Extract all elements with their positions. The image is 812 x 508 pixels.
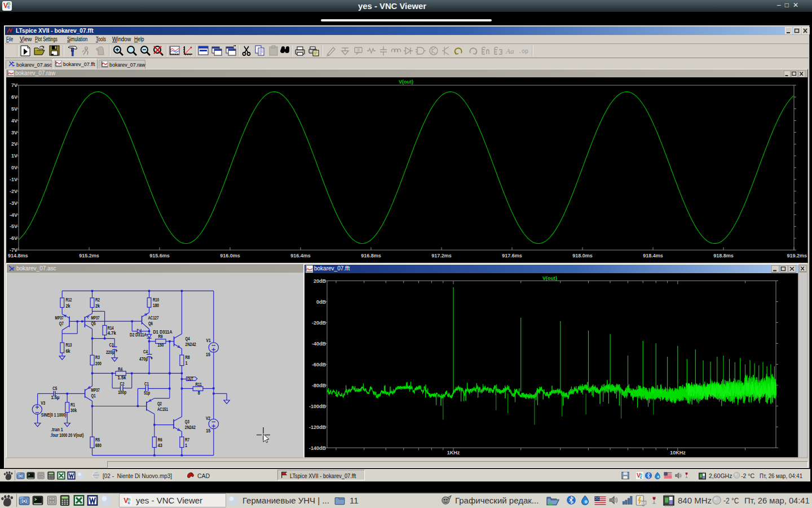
- svg-text:20dB: 20dB: [314, 278, 326, 284]
- svg-text:C3: C3: [109, 342, 114, 348]
- svg-text:-20dB: -20dB: [312, 320, 326, 326]
- svg-text:D2 D311A: D2 D311A: [130, 332, 147, 338]
- svg-text:.op: .op: [518, 49, 528, 55]
- svg-text:100p: 100p: [118, 389, 126, 395]
- svg-text:914.8ms: 914.8ms: [8, 253, 28, 259]
- svg-text:2N242: 2N242: [186, 341, 196, 347]
- svg-text:-5V: -5V: [10, 224, 17, 229]
- svg-text:Q1: Q1: [91, 393, 96, 398]
- svg-text:R2: R2: [95, 297, 100, 303]
- svg-text:Q3: Q3: [185, 419, 189, 424]
- svg-text:-4V: -4V: [10, 212, 17, 218]
- svg-text:-7V: -7V: [10, 247, 17, 253]
- svg-text:915.6ms: 915.6ms: [149, 253, 170, 259]
- svg-text:916.4ms: 916.4ms: [290, 253, 311, 259]
- svg-text:-3V: -3V: [10, 200, 17, 206]
- svg-text:R11: R11: [196, 382, 202, 387]
- svg-text:R13: R13: [65, 342, 72, 348]
- svg-text:918.4ms: 918.4ms: [643, 253, 663, 259]
- svg-text:Q6: Q6: [148, 321, 153, 326]
- svg-text:MP37: MP37: [91, 387, 100, 393]
- svg-text:AC151: AC151: [157, 406, 168, 412]
- svg-text:Q2: Q2: [157, 401, 162, 406]
- svg-text:-120dB: -120dB: [309, 424, 326, 430]
- svg-text:1KHz: 1KHz: [447, 450, 460, 456]
- svg-text:C4: C4: [143, 349, 148, 354]
- svg-text:917.6ms: 917.6ms: [502, 253, 522, 259]
- svg-text:V(out): V(out): [542, 275, 557, 281]
- svg-text:MP37: MP37: [91, 315, 99, 321]
- svg-text:Aa: Aa: [505, 47, 514, 55]
- svg-text:V1: V1: [206, 338, 211, 343]
- svg-text:15: 15: [206, 352, 210, 357]
- svg-text:30k: 30k: [70, 408, 77, 413]
- svg-text:R3: R3: [95, 354, 100, 360]
- svg-text:C5: C5: [52, 386, 57, 391]
- svg-text:51p: 51p: [144, 390, 150, 396]
- svg-text:43: 43: [158, 443, 162, 448]
- svg-text:V3: V3: [41, 400, 45, 406]
- svg-text:200: 200: [95, 361, 102, 366]
- svg-text:-2V: -2V: [10, 189, 17, 194]
- svg-text:AC127: AC127: [148, 315, 158, 321]
- svg-text:1.5µ: 1.5µ: [51, 395, 60, 400]
- svg-text:V2: V2: [206, 415, 210, 421]
- svg-text:220µ: 220µ: [106, 349, 114, 355]
- svg-text:680: 680: [95, 443, 102, 448]
- svg-text:.four 1000 20 V(out): .four 1000 20 V(out): [50, 432, 83, 438]
- svg-text:c: c: [128, 500, 131, 505]
- svg-text:1: 1: [186, 360, 188, 366]
- svg-text:180: 180: [153, 303, 159, 308]
- svg-text:Q7: Q7: [59, 321, 64, 326]
- svg-text:1: 1: [185, 443, 187, 448]
- svg-text:R12: R12: [65, 297, 72, 303]
- svg-text:917.2ms: 917.2ms: [431, 253, 452, 259]
- svg-text:470µ: 470µ: [139, 356, 148, 362]
- svg-text:0dB: 0dB: [316, 299, 326, 305]
- svg-text:6k: 6k: [65, 348, 70, 354]
- svg-text:150: 150: [158, 342, 164, 348]
- svg-text:R10: R10: [153, 297, 159, 303]
- svg-text:15: 15: [206, 428, 210, 433]
- svg-text:2k: 2k: [65, 303, 70, 309]
- svg-text:8: 8: [198, 390, 200, 396]
- svg-text:919.2ms: 919.2ms: [787, 253, 807, 259]
- svg-text:-40dB: -40dB: [312, 341, 326, 347]
- svg-text:Q5: Q5: [91, 321, 96, 326]
- svg-text:C1: C1: [144, 381, 149, 387]
- svg-text:C2: C2: [120, 381, 125, 387]
- svg-text:-60dB: -60dB: [312, 362, 326, 367]
- svg-text:-80dB: -80dB: [312, 383, 326, 388]
- svg-text:R9: R9: [158, 334, 163, 339]
- svg-text:-100dB: -100dB: [309, 404, 326, 409]
- svg-text:R4: R4: [118, 366, 122, 372]
- svg-text:-1V: -1V: [10, 177, 17, 182]
- svg-text:D1 D311A: D1 D311A: [153, 329, 173, 335]
- svg-text:916.8ms: 916.8ms: [361, 253, 381, 259]
- svg-text:.tran 1: .tran 1: [51, 427, 63, 432]
- svg-text:1.5k: 1.5k: [118, 375, 126, 380]
- svg-text:+: +: [151, 356, 153, 361]
- svg-text:-140dB: -140dB: [309, 445, 326, 451]
- svg-text:OUT: OUT: [187, 376, 193, 382]
- svg-text:918.8ms: 918.8ms: [713, 253, 734, 259]
- svg-text:R8: R8: [186, 354, 190, 360]
- svg-text:R6: R6: [158, 437, 162, 443]
- svg-text:c: c: [640, 475, 642, 479]
- svg-text:2k: 2k: [95, 303, 100, 309]
- svg-text:4.7k: 4.7k: [108, 330, 116, 336]
- svg-text:-6V: -6V: [10, 235, 17, 241]
- svg-text:2N242: 2N242: [185, 424, 196, 430]
- svg-text:918.0ms: 918.0ms: [572, 253, 593, 259]
- svg-text:V(out): V(out): [399, 79, 413, 85]
- svg-text:10KHz: 10KHz: [670, 450, 686, 456]
- svg-text:MP37: MP37: [55, 315, 64, 321]
- svg-text:915.2ms: 915.2ms: [79, 253, 99, 259]
- svg-text:Q4: Q4: [186, 336, 190, 341]
- svg-text:+: +: [116, 348, 118, 354]
- svg-text:R7: R7: [185, 437, 189, 443]
- svg-text:916.0ms: 916.0ms: [220, 253, 240, 259]
- svg-text:SINE(0 1 1000): SINE(0 1 1000): [41, 412, 67, 418]
- svg-text:R1: R1: [70, 402, 75, 408]
- svg-text:R5: R5: [95, 437, 100, 443]
